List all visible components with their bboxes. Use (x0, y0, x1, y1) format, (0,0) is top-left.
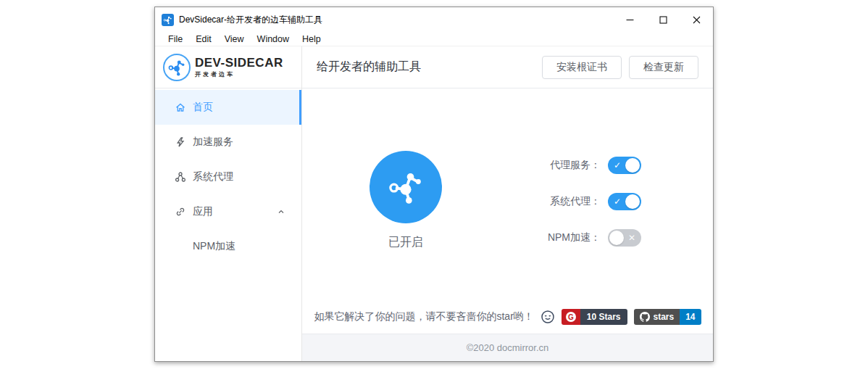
check-update-button[interactable]: 检查更新 (629, 56, 698, 79)
copyright-text: ©2020 docmirror.cn (467, 342, 549, 353)
chevron-up-icon[interactable] (277, 207, 285, 216)
system-proxy-row: 系统代理： ✓ ✕ (550, 193, 641, 210)
npm-acceleration-switch[interactable]: ✓ ✕ (608, 229, 641, 247)
switch-label: 代理服务： (550, 159, 601, 172)
sidebar-item-label: 首页 (193, 101, 213, 114)
molecule-icon (163, 15, 172, 25)
sidebar-item-npm[interactable]: NPM加速 (155, 229, 301, 264)
app-window: DevSidecar-给开发者的边车辅助工具 File Edit View Wi… (154, 7, 714, 362)
switch-label: 系统代理： (550, 195, 601, 208)
close-button[interactable] (680, 7, 713, 33)
menu-window[interactable]: Window (251, 34, 296, 44)
star-row: 如果它解决了你的问题，请不要吝啬你的star哟！ G 10 Stars (302, 309, 713, 325)
molecule-logo-icon (163, 54, 191, 81)
sidebar-item-acceleration[interactable]: 加速服务 (155, 125, 301, 160)
logo-name: DEV-SIDECAR (195, 57, 283, 69)
menu-view[interactable]: View (218, 34, 251, 44)
minimize-icon (626, 16, 634, 24)
sidebar-item-home[interactable]: 首页 (155, 90, 301, 125)
proxy-service-switch[interactable]: ✓ ✕ (608, 157, 641, 174)
star-message: 如果它解决了你的问题，请不要吝啬你的star哟！ (314, 310, 533, 323)
github-badge-label: stars (654, 312, 675, 322)
switch-label: NPM加速： (548, 231, 601, 244)
sidebar-item-apps[interactable]: 应用 (155, 194, 301, 229)
app-logo-icon (162, 14, 174, 26)
content-header: 给开发者的辅助工具 安装根证书 检查更新 (302, 46, 713, 88)
install-root-cert-button[interactable]: 安装根证书 (542, 56, 622, 79)
side-menu: 首页 加速服务 系统代理 (155, 88, 301, 264)
close-icon (693, 16, 701, 24)
power-toggle-circle[interactable] (370, 151, 442, 223)
proxy-service-row: 代理服务： ✓ ✕ (550, 157, 641, 174)
check-icon: ✓ (614, 157, 621, 174)
gitee-stars-count: 10 Stars (580, 309, 627, 325)
sidebar-item-system-proxy[interactable]: 系统代理 (155, 160, 301, 194)
page-title: 给开发者的辅助工具 (317, 59, 535, 75)
x-icon: ✕ (628, 229, 635, 247)
sidebar-item-label: NPM加速 (193, 240, 235, 253)
logo-subtitle: 开发者边车 (195, 70, 283, 78)
sidebar-item-label: 应用 (193, 205, 213, 218)
check-icon: ✓ (614, 193, 621, 210)
gitee-stars-badge[interactable]: G 10 Stars (562, 309, 627, 325)
content: 给开发者的辅助工具 安装根证书 检查更新 (302, 46, 713, 361)
menu-help[interactable]: Help (296, 34, 327, 44)
sidebar: DEV-SIDECAR 开发者边车 首页 (155, 46, 302, 361)
sidebar-item-label: 系统代理 (193, 170, 233, 183)
status-label: 已开启 (370, 235, 442, 250)
switch-knob (625, 158, 640, 173)
lightning-icon (175, 136, 186, 148)
menubar: File Edit View Window Help (155, 33, 713, 46)
maximize-button[interactable] (646, 7, 680, 33)
github-icon (640, 312, 650, 322)
system-proxy-switch[interactable]: ✓ ✕ (608, 193, 641, 210)
switch-knob (625, 194, 640, 209)
maximize-icon (659, 16, 667, 24)
smiley-icon (541, 310, 555, 324)
main-area: 已开启 代理服务： ✓ ✕ 系统代理： ✓ (302, 88, 713, 334)
window-title: DevSidecar-给开发者的边车辅助工具 (179, 14, 613, 26)
share-nodes-icon (175, 171, 186, 183)
molecule-icon (387, 168, 425, 206)
logo-block: DEV-SIDECAR 开发者边车 (155, 46, 301, 88)
github-stars-badge[interactable]: stars 14 (634, 309, 701, 325)
status-hero: 已开启 (370, 151, 442, 250)
link-icon (175, 206, 186, 218)
switch-knob (609, 231, 624, 245)
desktop-background: DevSidecar-给开发者的边车辅助工具 File Edit View Wi… (0, 0, 868, 372)
home-icon (175, 102, 186, 113)
gitee-icon: G (562, 309, 580, 325)
sidebar-item-label: 加速服务 (193, 136, 233, 149)
github-stars-count: 14 (680, 309, 701, 325)
npm-acceleration-row: NPM加速： ✓ ✕ (548, 229, 641, 247)
minimize-button[interactable] (613, 7, 646, 33)
titlebar[interactable]: DevSidecar-给开发者的边车辅助工具 (155, 7, 713, 33)
menu-file[interactable]: File (162, 34, 189, 44)
menu-edit[interactable]: Edit (189, 34, 218, 44)
footer: ©2020 docmirror.cn (302, 334, 713, 361)
